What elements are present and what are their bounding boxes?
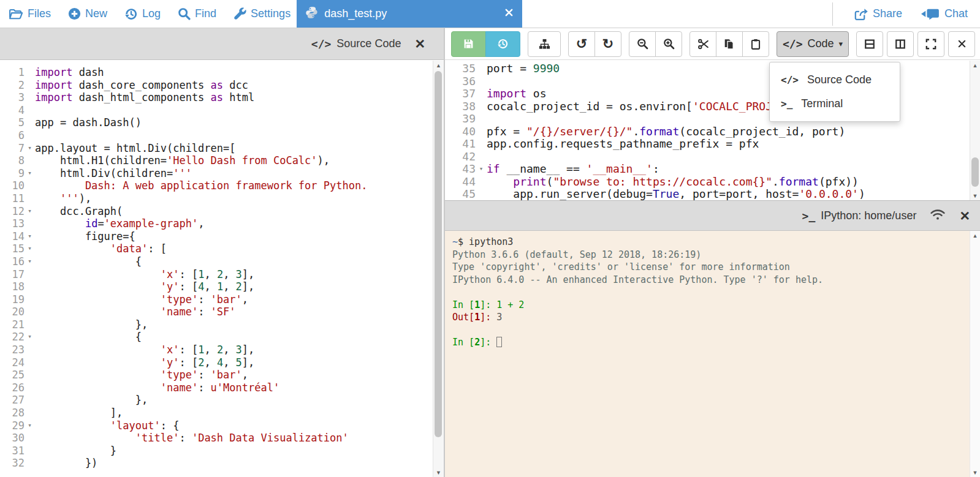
right-editor-scrollbar[interactable]: ▲ ▼: [970, 61, 980, 200]
cut-button[interactable]: [689, 31, 716, 57]
frame-controls: [856, 31, 975, 57]
tab-close-icon[interactable]: [504, 7, 514, 20]
scroll-down-icon[interactable]: ▼: [433, 468, 444, 477]
code-line: 28 ],: [0, 407, 433, 419]
code-line: 6: [0, 129, 433, 142]
scroll-down-icon[interactable]: ▼: [970, 468, 980, 477]
code-line: 9▾ html.Div(children=''': [0, 167, 433, 180]
terminal-line: ~$ ipython3: [452, 236, 970, 249]
code-line: 1import dash: [0, 66, 433, 79]
dropdown-terminal-label: Terminal: [801, 97, 843, 110]
sitemap-icon: [539, 39, 550, 50]
code-line: 14▾ figure={: [0, 230, 433, 243]
terminal-line: Out[1]: 3: [452, 311, 970, 324]
save-floppy-icon: [463, 39, 474, 49]
terminal-close-icon[interactable]: ✕: [959, 209, 970, 222]
split-horizontal-button[interactable]: [856, 31, 883, 57]
cocalc-window: Files New Log Find Settings dash_test.py: [0, 0, 980, 477]
history-icon: [124, 7, 138, 21]
share-icon: [854, 7, 868, 20]
project-top-bar: Files New Log Find Settings dash_test.py: [0, 0, 980, 28]
terminal-line: [452, 286, 970, 299]
terminal-title-label: IPython: home/user: [821, 209, 916, 222]
dropdown-item-source-code[interactable]: </> Source Code: [770, 68, 900, 92]
code-line: 2import dash_core_components as dcc: [0, 79, 433, 92]
code-line: 31 }: [0, 445, 433, 457]
nav-log-button[interactable]: Log: [124, 7, 161, 21]
undo-icon: ↺: [576, 37, 587, 51]
tab-dash-test-py[interactable]: dash_test.py: [297, 0, 522, 28]
clipboard-group: [689, 31, 769, 57]
frame-type-code-button[interactable]: </> Code ▾: [777, 31, 849, 57]
code-line: 3import dash_html_components as html: [0, 91, 433, 104]
save-timetravel-group: [451, 31, 520, 57]
zoom-out-button[interactable]: [629, 31, 656, 57]
nav-settings-button[interactable]: Settings: [234, 7, 291, 20]
code-line: 18 'y': [4, 1, 2],: [0, 280, 433, 293]
undo-button[interactable]: ↺: [568, 31, 595, 57]
left-code-editor[interactable]: 1import dash2import dash_core_components…: [0, 61, 433, 477]
left-editor-scrollbar[interactable]: ▲ ▼: [433, 61, 444, 477]
code-line: 20 'name': 'SF': [0, 306, 433, 318]
terminal-header: >_ IPython: home/user ✕: [445, 200, 980, 231]
close-frame-button[interactable]: [948, 31, 975, 57]
chat-button[interactable]: Chat: [921, 7, 968, 20]
code-line: 43▾if __name__ == '__main__':: [445, 163, 970, 176]
sitemap-button[interactable]: [528, 31, 561, 57]
fullscreen-button[interactable]: [917, 31, 944, 57]
chevron-down-icon: ▾: [839, 39, 843, 48]
left-pane-title: </> Source Code: [311, 37, 401, 50]
split-vertical-button[interactable]: [887, 31, 914, 57]
wrench-icon: [234, 7, 246, 20]
nav-new-button[interactable]: New: [68, 7, 107, 20]
nav-new-label: New: [85, 7, 107, 20]
code-line: 16▾ {: [0, 255, 433, 268]
code-line: 7▾app.layout = html.Div(children=[: [0, 142, 433, 155]
scrollbar-thumb[interactable]: [435, 71, 442, 437]
save-button[interactable]: [451, 31, 486, 57]
scrollbar-thumb[interactable]: [971, 157, 979, 187]
search-icon: [178, 7, 191, 20]
redo-icon: ↻: [602, 37, 613, 51]
code-line: 41app.config.requests_pathname_prefix = …: [445, 138, 970, 151]
nav-find-label: Find: [195, 7, 216, 20]
copy-button[interactable]: [716, 31, 743, 57]
code-line: 17 'x': [1, 2, 3],: [0, 268, 433, 281]
code-line: 15▾ 'data': [: [0, 242, 433, 255]
terminal-scrollbar[interactable]: ▲ ▼: [970, 231, 980, 477]
scroll-down-icon[interactable]: ▼: [970, 191, 980, 200]
nav-files-button[interactable]: Files: [9, 7, 51, 20]
terminal-title: >_ IPython: home/user: [802, 209, 917, 222]
scroll-up-icon[interactable]: ▲: [970, 231, 980, 240]
timetravel-button[interactable]: [485, 31, 520, 57]
paste-button[interactable]: [742, 31, 769, 57]
code-line: 11 '''),: [0, 192, 433, 205]
main-split: </> Source Code ✕ 1import dash2import da…: [0, 28, 980, 477]
code-line: 27 },: [0, 394, 433, 407]
nav-find-button[interactable]: Find: [178, 7, 216, 20]
project-nav: Files New Log Find Settings: [0, 0, 291, 28]
code-icon: </>: [781, 74, 799, 86]
code-line: 23 'x': [1, 2, 3],: [0, 344, 433, 356]
code-line: 4: [0, 104, 433, 117]
plus-circle-icon: [68, 7, 81, 20]
chat-label: Chat: [944, 7, 968, 20]
redo-button[interactable]: ↻: [594, 31, 621, 57]
expand-icon: [925, 39, 936, 50]
code-line: 32 }): [0, 457, 433, 470]
terminal-output[interactable]: ~$ ipython3Python 3.6.6 (default, Sep 12…: [445, 231, 970, 477]
scroll-up-icon[interactable]: ▲: [970, 61, 980, 70]
code-line: 10 Dash: A web application framework for…: [0, 179, 433, 192]
chat-icon: [921, 8, 940, 20]
left-pane-close-icon[interactable]: ✕: [414, 37, 425, 50]
left-pane-title-label: Source Code: [336, 37, 401, 50]
code-line: 19 'type': 'bar',: [0, 293, 433, 306]
zoom-in-button[interactable]: [655, 31, 682, 57]
share-button[interactable]: Share: [854, 7, 902, 20]
scroll-up-icon[interactable]: ▲: [433, 61, 444, 70]
undo-redo-group: ↺ ↻: [568, 31, 621, 57]
dropdown-item-terminal[interactable]: >_ Terminal: [770, 92, 900, 116]
code-line: 25 'type': 'bar',: [0, 369, 433, 381]
terminal-icon: >_: [781, 98, 792, 110]
topbar-right-actions: Share Chat: [832, 0, 980, 28]
